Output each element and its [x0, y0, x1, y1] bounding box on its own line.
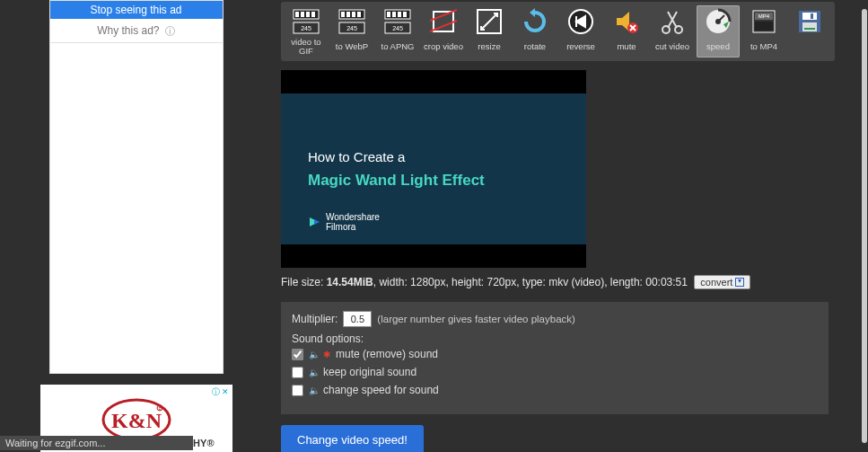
reverse-icon [565, 7, 597, 36]
sound-icon: 🔈 [309, 386, 318, 395]
svg-text:K&N: K&N [111, 409, 162, 432]
convert-label: convert [700, 277, 732, 288]
change-video-speed-button[interactable]: Change video speed! [281, 425, 424, 452]
speedometer-icon [702, 7, 734, 36]
svg-rect-19 [387, 12, 390, 17]
svg-text:245: 245 [301, 25, 311, 31]
tool-label: cut video [655, 38, 689, 56]
tool-label: reverse [566, 38, 595, 56]
stop-seeing-ad-button[interactable]: Stop seeing this ad [50, 1, 223, 19]
svg-text:245: 245 [392, 25, 403, 31]
svg-rect-7 [306, 12, 310, 17]
tool-crop-video[interactable]: crop video [422, 5, 465, 58]
help-icon: i [165, 26, 175, 36]
mute-icon [610, 7, 643, 36]
mp4-icon: MP4 [748, 7, 780, 36]
video-preview[interactable]: How to Create a Magic Wand Light Effect … [281, 70, 586, 268]
tool-speed[interactable]: speed [697, 5, 740, 58]
file-size-value: 14.54MiB [327, 276, 373, 288]
tool-to-webp[interactable]: 245 to WebP [330, 5, 373, 58]
sound-options-title: Sound options: [292, 332, 364, 345]
svg-rect-20 [392, 12, 396, 17]
tool-label: to WebP [336, 38, 368, 56]
tool-to-apng[interactable]: 245 to APNG [376, 5, 419, 58]
mute-sound-label: mute (remove) sound [336, 348, 438, 360]
svg-text:MP4: MP4 [758, 13, 770, 19]
mute-indicator-icon: ✱ [323, 350, 330, 359]
svg-text:245: 245 [346, 25, 357, 31]
multiplier-label: Multiplier: [292, 313, 338, 325]
clapper-frames-icon: 245 [336, 7, 368, 36]
tool-reverse[interactable]: reverse [559, 5, 602, 58]
brand-line2: Filmora [326, 222, 380, 232]
clapper-frames-icon: 245 [381, 7, 414, 36]
sound-icon: 🔈 [309, 350, 318, 359]
tool-save[interactable] [788, 5, 831, 58]
tool-label: crop video [424, 38, 463, 56]
svg-rect-40 [811, 13, 813, 19]
change-sound-speed-label: change speed for sound [323, 384, 439, 396]
multiplier-hint: (larger number gives faster video playba… [377, 314, 575, 324]
floppy-save-icon [793, 7, 826, 36]
preview-text-line2: Magic Wand Light Effect [308, 172, 559, 190]
sound-icon: 🔈 [309, 368, 318, 377]
svg-rect-36 [755, 22, 773, 31]
convert-button[interactable]: convert [694, 275, 750, 289]
vertical-scrollbar[interactable] [862, 9, 867, 443]
mute-sound-checkbox[interactable] [292, 349, 303, 360]
svg-rect-13 [346, 12, 350, 17]
multiplier-input[interactable] [343, 311, 372, 327]
download-icon [735, 278, 744, 287]
svg-rect-6 [301, 12, 304, 17]
tool-label: speed [706, 38, 730, 56]
svg-rect-14 [352, 12, 355, 17]
tool-label: to APNG [381, 38, 415, 56]
tool-rotate[interactable]: rotate [513, 5, 557, 58]
video-tools-toolbar: 245 video to GIF 245 to WebP 245 to APNG [281, 2, 835, 61]
resize-icon [473, 7, 505, 36]
why-ad-label: Why this ad? [97, 24, 159, 37]
ad-placeholder [49, 43, 224, 374]
main-content: 245 video to GIF 245 to WebP 245 to APNG [272, 0, 868, 452]
tool-label: resize [478, 38, 500, 56]
tool-label: to MP4 [750, 38, 777, 56]
tool-label: video to GIF [285, 38, 327, 56]
left-sidebar: Stop seeing this ad Why this ad? i ⓘ ✕ K… [0, 0, 272, 452]
why-this-ad-link[interactable]: Why this ad? i [50, 19, 223, 42]
tool-video-to-gif[interactable]: 245 video to GIF [285, 5, 328, 58]
preview-text-line1: How to Create a [308, 149, 559, 164]
scissors-icon [656, 7, 688, 36]
adchoices-icon[interactable]: ⓘ ✕ [212, 386, 230, 398]
svg-rect-22 [403, 12, 407, 17]
keep-sound-label: keep original sound [323, 366, 416, 378]
tool-cut-video[interactable]: cut video [651, 5, 694, 58]
rotate-icon [519, 7, 551, 36]
tool-to-mp4[interactable]: MP4 to MP4 [742, 5, 785, 58]
browser-status-bar: Waiting for ezgif.com... [0, 436, 193, 450]
tool-mute[interactable]: mute [605, 5, 648, 58]
file-info-text: File size: 14.54MiB, width: 1280px, heig… [281, 275, 850, 289]
svg-rect-39 [802, 22, 817, 31]
change-sound-speed-checkbox[interactable] [292, 385, 303, 396]
svg-rect-41 [804, 28, 815, 30]
brand-watermark: Wondershare Filmora [308, 212, 380, 232]
svg-rect-38 [802, 13, 817, 20]
speed-options-panel: Multiplier: (larger number gives faster … [281, 302, 829, 414]
svg-rect-5 [295, 12, 299, 17]
keep-sound-checkbox[interactable] [292, 367, 303, 378]
tool-label: mute [617, 38, 636, 56]
svg-rect-15 [357, 12, 361, 17]
filmora-logo-icon [308, 216, 320, 228]
crop-icon [427, 7, 460, 36]
ad-box-top: Stop seeing this ad Why this ad? i [49, 0, 224, 43]
svg-rect-21 [398, 12, 401, 17]
clapper-frames-icon: 245 [290, 7, 322, 36]
svg-rect-12 [341, 12, 345, 17]
svg-rect-8 [311, 12, 315, 17]
tool-label: rotate [524, 38, 546, 56]
tool-resize[interactable]: resize [468, 5, 511, 58]
brand-line1: Wondershare [326, 212, 380, 222]
